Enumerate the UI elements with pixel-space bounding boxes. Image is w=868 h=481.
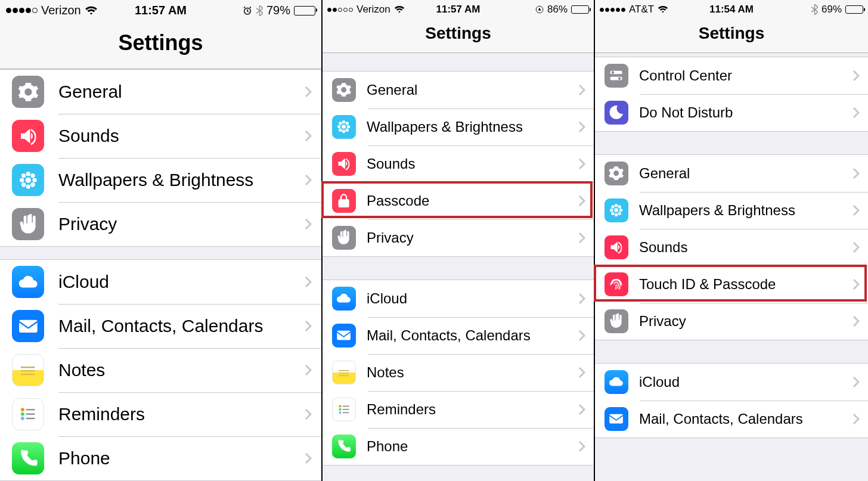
settings-row-notes[interactable]: Notes [323,354,594,391]
svg-point-50 [618,206,621,209]
rotation-lock-icon [535,5,544,14]
settings-row-controlcenter[interactable]: Control Center [595,57,868,94]
svg-point-23 [342,130,345,133]
chevron-right-icon [578,404,585,415]
notes-icon [332,361,356,384]
chevron-right-icon [852,70,860,82]
phone-icon [332,435,356,458]
hand-icon [12,208,44,240]
mail-icon [332,324,356,347]
carrier-label: AT&T [629,4,654,15]
battery-pct: 69% [822,4,842,15]
svg-point-44 [615,209,619,213]
settings-row-wallpapers[interactable]: Wallpapers & Brightness [595,192,868,229]
row-label: Wallpapers & Brightness [367,119,578,135]
hand-icon [604,309,628,333]
svg-point-2 [26,172,30,176]
settings-row-general[interactable]: General [0,70,321,114]
clock: 11:57 AM [135,4,187,17]
svg-point-5 [32,178,36,182]
svg-point-47 [610,209,613,212]
chevron-right-icon [578,121,585,133]
svg-point-14 [21,408,24,412]
settings-row-sounds[interactable]: Sounds [323,145,594,182]
settings-row-phone[interactable]: Phone [323,428,594,465]
settings-row-notes[interactable]: Notes [0,348,321,392]
svg-rect-10 [19,319,38,332]
row-label: Mail, Contacts, Calendars [639,411,852,427]
settings-row-icloud[interactable]: iCloud [0,260,321,304]
chevron-right-icon [578,367,585,378]
settings-row-icloud[interactable]: iCloud [323,280,594,317]
alarm-icon [242,5,253,16]
row-label: Privacy [58,214,305,234]
settings-row-phone[interactable]: Phone [0,436,321,480]
svg-point-26 [339,122,342,125]
chevron-right-icon [578,84,585,96]
chevron-right-icon [852,413,860,425]
settings-row-privacy[interactable]: Privacy [0,202,321,246]
svg-point-8 [21,182,26,187]
settings-row-wallpapers[interactable]: Wallpapers & Brightness [323,108,594,145]
settings-row-touchid[interactable]: Touch ID & Passcode [595,266,868,303]
sound-icon [332,152,356,176]
svg-point-48 [619,209,622,212]
settings-row-mail[interactable]: Mail, Contacts, Calendars [0,304,321,348]
row-label: Passcode [367,193,578,209]
wifi-icon [658,5,668,14]
phone-3: AT&T11:54 AM69%SettingsControl CenterDo … [595,0,868,481]
settings-row-reminders[interactable]: Reminders [323,391,594,428]
svg-point-7 [30,173,35,178]
svg-point-22 [342,120,345,123]
flower-icon [604,198,628,222]
svg-point-51 [612,212,615,215]
cloud-icon [332,287,356,311]
settings-row-general[interactable]: General [323,72,594,108]
chevron-right-icon [852,278,860,290]
settings-row-mail[interactable]: Mail, Contacts, Calendars [595,401,868,437]
chevron-right-icon [852,315,860,327]
settings-row-icloud[interactable]: iCloud [595,364,868,401]
svg-point-27 [346,122,349,125]
section-gap [595,340,868,363]
settings-row-sounds[interactable]: Sounds [0,114,321,158]
hand-icon [332,226,356,250]
settings-row-reminders[interactable]: Reminders [0,392,321,436]
chevron-right-icon [578,232,585,244]
wifi-icon [394,5,405,14]
row-label: Privacy [367,229,578,246]
settings-row-privacy[interactable]: Privacy [595,303,868,340]
settings-row-general[interactable]: General [595,155,868,192]
section-gap [0,247,321,259]
settings-row-dnd[interactable]: Do Not Disturb [595,94,868,131]
row-label: Sounds [367,156,578,172]
nav-title: Settings [0,21,321,69]
chevron-right-icon [305,363,312,377]
row-label: Phone [367,438,578,455]
row-label: iCloud [58,272,305,292]
settings-section: Control CenterDo Not Disturb [595,57,868,132]
svg-point-36 [339,411,341,414]
settings-row-passcode[interactable]: Passcode [323,182,594,219]
row-label: General [639,165,852,182]
chevron-right-icon [305,451,312,466]
wifi-icon [85,6,98,15]
settings-row-privacy[interactable]: Privacy [323,219,594,256]
phone-1: Verizon11:57 AM79%SettingsGeneralSoundsW… [0,0,323,481]
moon-icon [604,101,628,125]
cloud-icon [12,266,44,298]
settings-row-mail[interactable]: Mail, Contacts, Calendars [323,317,594,354]
row-label: Mail, Contacts, Calendars [367,327,578,344]
chevron-right-icon [305,275,312,289]
gear-icon [332,78,356,102]
svg-point-41 [612,72,615,75]
chevron-right-icon [305,129,312,143]
svg-point-25 [347,125,350,128]
mail-icon [604,407,628,431]
battery-pct: 86% [547,4,568,15]
settings-row-wallpapers[interactable]: Wallpapers & Brightness [0,158,321,202]
chevron-right-icon [305,173,312,187]
signal-dots [600,8,625,12]
svg-point-52 [618,212,621,215]
settings-row-sounds[interactable]: Sounds [595,229,868,266]
